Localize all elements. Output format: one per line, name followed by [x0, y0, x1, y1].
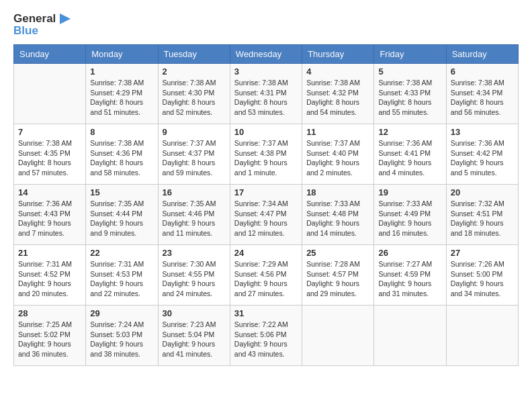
day-info: Sunrise: 7:29 AMSunset: 4:56 PMDaylight:… [234, 259, 298, 299]
day-info: Sunrise: 7:35 AMSunset: 4:46 PMDaylight:… [163, 199, 226, 238]
header: General Blue [13, 11, 519, 38]
day-info: Sunrise: 7:37 AMSunset: 4:37 PMDaylight:… [163, 138, 226, 178]
day-number: 7 [18, 127, 81, 137]
day-cell: 7Sunrise: 7:38 AMSunset: 4:35 PMDaylight… [14, 124, 86, 185]
day-cell: 6Sunrise: 7:38 AMSunset: 4:34 PMDaylight… [446, 64, 518, 124]
day-number: 25 [306, 248, 369, 258]
day-cell: 25Sunrise: 7:28 AMSunset: 4:57 PMDayligh… [302, 245, 374, 306]
header-row: SundayMondayTuesdayWednesdayThursdayFrid… [14, 45, 519, 64]
day-info: Sunrise: 7:30 AMSunset: 4:55 PMDaylight:… [163, 259, 226, 299]
column-header-tuesday: Tuesday [158, 45, 230, 64]
week-row-0: 1Sunrise: 7:38 AMSunset: 4:29 PMDaylight… [14, 64, 519, 124]
day-number: 26 [378, 248, 441, 258]
day-cell: 29Sunrise: 7:24 AMSunset: 5:03 PMDayligh… [86, 306, 158, 366]
day-cell: 14Sunrise: 7:36 AMSunset: 4:43 PMDayligh… [14, 185, 86, 245]
day-number: 30 [163, 308, 226, 318]
day-cell: 16Sunrise: 7:35 AMSunset: 4:46 PMDayligh… [158, 185, 230, 245]
day-number: 1 [90, 66, 153, 77]
day-cell: 26Sunrise: 7:27 AMSunset: 4:59 PMDayligh… [374, 245, 446, 306]
day-cell: 18Sunrise: 7:33 AMSunset: 4:48 PMDayligh… [302, 185, 374, 245]
day-info: Sunrise: 7:38 AMSunset: 4:34 PMDaylight:… [451, 78, 514, 118]
day-number: 5 [378, 66, 441, 77]
day-cell: 9Sunrise: 7:37 AMSunset: 4:37 PMDaylight… [158, 124, 230, 185]
day-info: Sunrise: 7:34 AMSunset: 4:47 PMDaylight:… [234, 199, 298, 238]
day-cell: 30Sunrise: 7:23 AMSunset: 5:04 PMDayligh… [158, 306, 230, 366]
day-cell: 5Sunrise: 7:38 AMSunset: 4:33 PMDaylight… [374, 64, 446, 124]
logo-general: General [13, 12, 56, 26]
week-row-1: 7Sunrise: 7:38 AMSunset: 4:35 PMDaylight… [14, 124, 519, 185]
day-info: Sunrise: 7:37 AMSunset: 4:38 PMDaylight:… [234, 138, 298, 178]
day-info: Sunrise: 7:38 AMSunset: 4:33 PMDaylight:… [378, 78, 441, 118]
day-number: 8 [90, 127, 153, 137]
day-number: 17 [234, 187, 298, 197]
day-cell: 22Sunrise: 7:31 AMSunset: 4:53 PMDayligh… [86, 245, 158, 306]
day-number: 12 [378, 127, 441, 137]
day-cell [14, 64, 86, 124]
day-cell: 13Sunrise: 7:36 AMSunset: 4:42 PMDayligh… [446, 124, 518, 185]
day-number: 31 [234, 308, 298, 318]
day-cell: 17Sunrise: 7:34 AMSunset: 4:47 PMDayligh… [230, 185, 302, 245]
calendar-table: SundayMondayTuesdayWednesdayThursdayFrid… [13, 44, 519, 366]
day-info: Sunrise: 7:36 AMSunset: 4:41 PMDaylight:… [378, 138, 441, 178]
logo-arrow-icon [57, 11, 73, 27]
day-cell: 1Sunrise: 7:38 AMSunset: 4:29 PMDaylight… [86, 64, 158, 124]
day-cell: 21Sunrise: 7:31 AMSunset: 4:52 PMDayligh… [14, 245, 86, 306]
day-cell: 28Sunrise: 7:25 AMSunset: 5:02 PMDayligh… [14, 306, 86, 366]
column-header-sunday: Sunday [14, 45, 86, 64]
day-number: 9 [163, 127, 226, 137]
day-cell [446, 306, 518, 366]
day-info: Sunrise: 7:32 AMSunset: 4:51 PMDaylight:… [451, 199, 514, 238]
svg-marker-0 [60, 13, 71, 24]
week-row-3: 21Sunrise: 7:31 AMSunset: 4:52 PMDayligh… [14, 245, 519, 306]
day-info: Sunrise: 7:28 AMSunset: 4:57 PMDaylight:… [306, 259, 369, 299]
day-number: 16 [163, 187, 226, 197]
logo: General Blue [13, 11, 73, 38]
day-info: Sunrise: 7:27 AMSunset: 4:59 PMDaylight:… [378, 259, 441, 299]
day-info: Sunrise: 7:37 AMSunset: 4:40 PMDaylight:… [306, 138, 369, 178]
logo-container: General Blue [13, 11, 73, 38]
day-info: Sunrise: 7:38 AMSunset: 4:32 PMDaylight:… [306, 78, 369, 118]
day-cell [302, 306, 374, 366]
day-info: Sunrise: 7:33 AMSunset: 4:49 PMDaylight:… [378, 199, 441, 238]
day-number: 20 [451, 187, 514, 197]
day-info: Sunrise: 7:25 AMSunset: 5:02 PMDaylight:… [18, 320, 81, 359]
day-cell: 10Sunrise: 7:37 AMSunset: 4:38 PMDayligh… [230, 124, 302, 185]
logo-blue: Blue [13, 24, 38, 38]
day-number: 2 [163, 66, 226, 77]
day-info: Sunrise: 7:38 AMSunset: 4:31 PMDaylight:… [234, 78, 298, 118]
day-number: 4 [306, 66, 369, 77]
column-header-monday: Monday [86, 45, 158, 64]
day-info: Sunrise: 7:26 AMSunset: 5:00 PMDaylight:… [451, 259, 514, 299]
day-cell [374, 306, 446, 366]
column-header-friday: Friday [374, 45, 446, 64]
day-cell: 3Sunrise: 7:38 AMSunset: 4:31 PMDaylight… [230, 64, 302, 124]
day-cell: 11Sunrise: 7:37 AMSunset: 4:40 PMDayligh… [302, 124, 374, 185]
day-number: 28 [18, 308, 81, 318]
day-cell: 8Sunrise: 7:38 AMSunset: 4:36 PMDaylight… [86, 124, 158, 185]
day-number: 29 [90, 308, 153, 318]
day-info: Sunrise: 7:38 AMSunset: 4:29 PMDaylight:… [90, 78, 153, 118]
day-info: Sunrise: 7:24 AMSunset: 5:03 PMDaylight:… [90, 320, 153, 359]
day-number: 23 [163, 248, 226, 258]
day-info: Sunrise: 7:33 AMSunset: 4:48 PMDaylight:… [306, 199, 369, 238]
day-number: 19 [378, 187, 441, 197]
day-number: 13 [451, 127, 514, 137]
day-info: Sunrise: 7:38 AMSunset: 4:35 PMDaylight:… [18, 138, 81, 178]
day-cell: 4Sunrise: 7:38 AMSunset: 4:32 PMDaylight… [302, 64, 374, 124]
column-header-thursday: Thursday [302, 45, 374, 64]
day-cell: 19Sunrise: 7:33 AMSunset: 4:49 PMDayligh… [374, 185, 446, 245]
day-number: 18 [306, 187, 369, 197]
day-info: Sunrise: 7:36 AMSunset: 4:42 PMDaylight:… [451, 138, 514, 178]
week-row-2: 14Sunrise: 7:36 AMSunset: 4:43 PMDayligh… [14, 185, 519, 245]
day-cell: 2Sunrise: 7:38 AMSunset: 4:30 PMDaylight… [158, 64, 230, 124]
day-cell: 31Sunrise: 7:22 AMSunset: 5:06 PMDayligh… [230, 306, 302, 366]
day-number: 22 [90, 248, 153, 258]
day-info: Sunrise: 7:38 AMSunset: 4:36 PMDaylight:… [90, 138, 153, 178]
day-info: Sunrise: 7:35 AMSunset: 4:44 PMDaylight:… [90, 199, 153, 238]
day-number: 21 [18, 248, 81, 258]
day-cell: 15Sunrise: 7:35 AMSunset: 4:44 PMDayligh… [86, 185, 158, 245]
day-cell: 24Sunrise: 7:29 AMSunset: 4:56 PMDayligh… [230, 245, 302, 306]
day-cell: 12Sunrise: 7:36 AMSunset: 4:41 PMDayligh… [374, 124, 446, 185]
day-number: 24 [234, 248, 298, 258]
day-info: Sunrise: 7:36 AMSunset: 4:43 PMDaylight:… [18, 199, 81, 238]
